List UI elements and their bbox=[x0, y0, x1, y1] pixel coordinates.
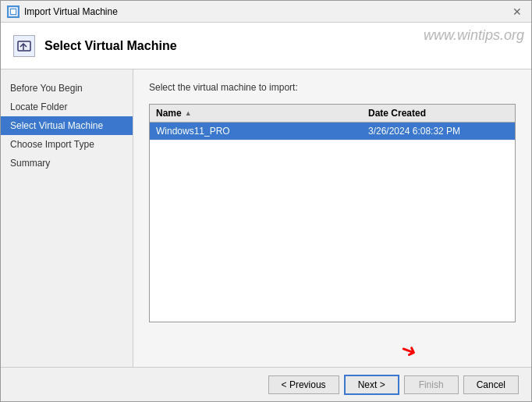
sidebar-item-before-you-begin[interactable]: Before You Begin bbox=[1, 79, 133, 98]
sidebar-item-locate-folder[interactable]: Locate Folder bbox=[1, 98, 133, 116]
page-title: Select Virtual Machine bbox=[44, 39, 177, 53]
vm-name-cell: Windows11_PRO bbox=[156, 126, 368, 137]
header-icon bbox=[13, 35, 35, 57]
footer: < Previous Next > Finish Cancel bbox=[1, 367, 531, 401]
svg-rect-2 bbox=[18, 41, 30, 51]
close-button[interactable]: ✕ bbox=[509, 5, 525, 18]
vm-table: Name ▲ Date Created Windows11_PRO 3/26/2… bbox=[149, 104, 516, 322]
previous-button[interactable]: < Previous bbox=[268, 375, 339, 394]
sidebar-item-select-virtual-machine[interactable]: Select Virtual Machine bbox=[1, 116, 133, 135]
sort-arrow-icon: ▲ bbox=[185, 109, 192, 117]
cancel-button[interactable]: Cancel bbox=[463, 375, 519, 394]
title-bar-title: Import Virtual Machine bbox=[24, 6, 118, 17]
finish-button: Finish bbox=[404, 375, 459, 394]
svg-rect-1 bbox=[11, 9, 16, 14]
sidebar-item-choose-import-type[interactable]: Choose Import Type bbox=[1, 135, 133, 154]
next-button[interactable]: Next > bbox=[344, 375, 399, 395]
column-header-date: Date Created bbox=[368, 108, 509, 119]
vm-date-cell: 3/26/2024 6:08:32 PM bbox=[368, 126, 509, 137]
table-header: Name ▲ Date Created bbox=[150, 105, 515, 123]
sidebar: Before You Begin Locate Folder Select Vi… bbox=[1, 69, 133, 367]
title-bar-icon bbox=[7, 5, 20, 18]
column-header-name: Name ▲ bbox=[156, 108, 368, 119]
content-area: Before You Begin Locate Folder Select Vi… bbox=[1, 69, 531, 367]
main-panel: Select the virtual machine to import: Na… bbox=[133, 69, 531, 367]
sidebar-item-summary[interactable]: Summary bbox=[1, 154, 133, 173]
title-bar: Import Virtual Machine ✕ bbox=[1, 1, 531, 23]
instruction-text: Select the virtual machine to import: bbox=[149, 82, 516, 93]
table-row[interactable]: Windows11_PRO 3/26/2024 6:08:32 PM bbox=[150, 123, 515, 141]
header-bar: Select Virtual Machine bbox=[1, 23, 531, 69]
